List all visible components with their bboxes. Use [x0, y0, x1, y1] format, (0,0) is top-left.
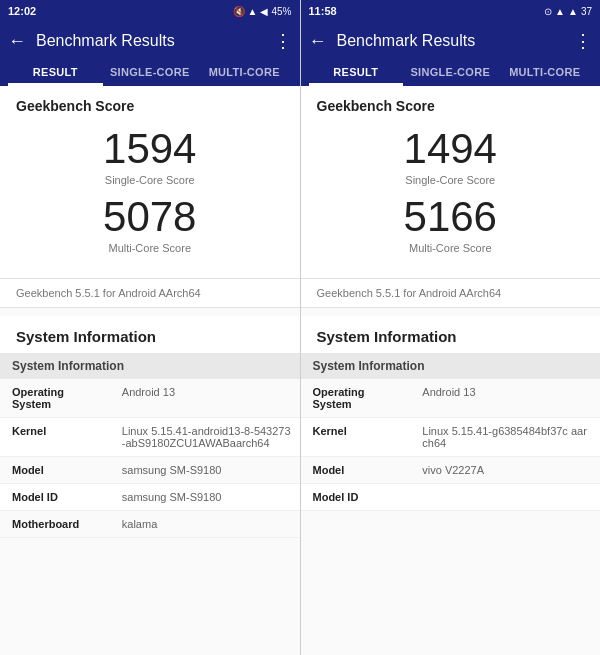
- tabs-2: RESULT SINGLE-CORE MULTI-CORE: [309, 58, 593, 86]
- recording-icon: ⊙: [544, 6, 552, 17]
- multi-core-value-1: 5078: [16, 194, 284, 240]
- single-core-label-1: Single-Core Score: [16, 174, 284, 186]
- more-button-1[interactable]: ⋮: [274, 30, 292, 52]
- label-modelid-2: Model ID: [301, 484, 415, 510]
- label-os-2: Operating System: [301, 379, 415, 417]
- content-2: Geekbench Score 1494 Single-Core Score 5…: [301, 86, 601, 655]
- value-os-2: Android 13: [414, 379, 600, 417]
- back-button-1[interactable]: ←: [8, 31, 26, 52]
- tab-multi-core-1[interactable]: MULTI-CORE: [197, 58, 292, 86]
- app-bar-top-2: ← Benchmark Results ⋮: [309, 30, 593, 58]
- multi-core-score-block-1: 5078 Multi-Core Score: [16, 194, 284, 254]
- app-bar-left-2: ← Benchmark Results: [309, 31, 476, 52]
- app-title-2: Benchmark Results: [337, 32, 476, 50]
- table-row: Operating System Android 13: [301, 379, 601, 418]
- label-motherboard-1: Motherboard: [0, 511, 114, 537]
- value-motherboard-1: kalama: [114, 511, 300, 537]
- single-core-label-2: Single-Core Score: [317, 174, 585, 186]
- score-title-1: Geekbench Score: [16, 98, 284, 114]
- value-model-1: samsung SM-S9180: [114, 457, 300, 483]
- app-title-1: Benchmark Results: [36, 32, 175, 50]
- label-model-1: Model: [0, 457, 114, 483]
- battery-text: 45%: [271, 6, 291, 17]
- table-row: Model vivo V2227A: [301, 457, 601, 484]
- table-row: Model ID samsung SM-S9180: [0, 484, 300, 511]
- info-table-2: System Information Operating System Andr…: [301, 353, 601, 511]
- back-button-2[interactable]: ←: [309, 31, 327, 52]
- table-row: Model samsung SM-S9180: [0, 457, 300, 484]
- single-core-value-1: 1594: [16, 126, 284, 172]
- phones-container: 12:02 🔇 ▲ ◀ 45% ← Benchmark Results ⋮ RE…: [0, 0, 600, 655]
- battery-text-2: 37: [581, 6, 592, 17]
- table-row: Kernel Linux 5.15.41-g6385484bf37c aarch…: [301, 418, 601, 457]
- info-table-header-1: System Information: [0, 353, 300, 379]
- table-row: Operating System Android 13: [0, 379, 300, 418]
- signal-icon-2: ▲: [555, 6, 565, 17]
- tab-single-core-2[interactable]: SINGLE-CORE: [403, 58, 498, 86]
- more-button-2[interactable]: ⋮: [574, 30, 592, 52]
- phone-2: 11:58 ⊙ ▲ ▲ 37 ← Benchmark Results ⋮ RES…: [301, 0, 601, 655]
- label-kernel-1: Kernel: [0, 418, 114, 456]
- system-info-section-2: System Information System Information Op…: [301, 316, 601, 511]
- value-os-1: Android 13: [114, 379, 300, 417]
- multi-core-label-2: Multi-Core Score: [317, 242, 585, 254]
- multi-core-label-1: Multi-Core Score: [16, 242, 284, 254]
- status-time-2: 11:58: [309, 5, 337, 17]
- table-row: Motherboard kalama: [0, 511, 300, 538]
- value-kernel-1: Linux 5.15.41-android13-8-543273-abS9180…: [114, 418, 300, 456]
- label-os-1: Operating System: [0, 379, 114, 417]
- app-bar-left-1: ← Benchmark Results: [8, 31, 175, 52]
- tabs-1: RESULT SINGLE-CORE MULTI-CORE: [8, 58, 292, 86]
- system-info-header-1: System Information: [0, 316, 300, 353]
- app-bar-1: ← Benchmark Results ⋮ RESULT SINGLE-CORE…: [0, 22, 300, 86]
- mute-icon: 🔇: [233, 6, 245, 17]
- system-info-section-1: System Information System Information Op…: [0, 316, 300, 538]
- tab-result-1[interactable]: RESULT: [8, 58, 103, 86]
- single-core-score-block-2: 1494 Single-Core Score: [317, 126, 585, 186]
- multi-core-score-block-2: 5166 Multi-Core Score: [317, 194, 585, 254]
- label-modelid-1: Model ID: [0, 484, 114, 510]
- status-bar-1: 12:02 🔇 ▲ ◀ 45%: [0, 0, 300, 22]
- single-core-value-2: 1494: [317, 126, 585, 172]
- value-modelid-1: samsung SM-S9180: [114, 484, 300, 510]
- geekbench-version-2: Geekbench 5.5.1 for Android AArch64: [301, 279, 601, 308]
- wifi-icon: ◀: [260, 6, 268, 17]
- wifi-icon-2: ▲: [568, 6, 578, 17]
- status-bar-2: 11:58 ⊙ ▲ ▲ 37: [301, 0, 601, 22]
- app-bar-2: ← Benchmark Results ⋮ RESULT SINGLE-CORE…: [301, 22, 601, 86]
- label-kernel-2: Kernel: [301, 418, 415, 456]
- tab-multi-core-2[interactable]: MULTI-CORE: [498, 58, 593, 86]
- app-bar-top-1: ← Benchmark Results ⋮: [8, 30, 292, 58]
- table-row: Kernel Linux 5.15.41-android13-8-543273-…: [0, 418, 300, 457]
- status-time-1: 12:02: [8, 5, 36, 17]
- table-row: Model ID: [301, 484, 601, 511]
- label-model-2: Model: [301, 457, 415, 483]
- phone-1: 12:02 🔇 ▲ ◀ 45% ← Benchmark Results ⋮ RE…: [0, 0, 301, 655]
- score-section-2: Geekbench Score 1494 Single-Core Score 5…: [301, 86, 601, 279]
- value-model-2: vivo V2227A: [414, 457, 600, 483]
- score-title-2: Geekbench Score: [317, 98, 585, 114]
- signal-icon: ▲: [248, 6, 258, 17]
- value-kernel-2: Linux 5.15.41-g6385484bf37c aarch64: [414, 418, 600, 456]
- single-core-score-block-1: 1594 Single-Core Score: [16, 126, 284, 186]
- info-table-1: System Information Operating System Andr…: [0, 353, 300, 538]
- multi-core-value-2: 5166: [317, 194, 585, 240]
- tab-single-core-1[interactable]: SINGLE-CORE: [103, 58, 198, 86]
- geekbench-version-1: Geekbench 5.5.1 for Android AArch64: [0, 279, 300, 308]
- info-table-header-2: System Information: [301, 353, 601, 379]
- status-icons-1: 🔇 ▲ ◀ 45%: [233, 6, 292, 17]
- content-1: Geekbench Score 1594 Single-Core Score 5…: [0, 86, 300, 655]
- value-modelid-2: [414, 484, 600, 510]
- status-icons-2: ⊙ ▲ ▲ 37: [544, 6, 592, 17]
- score-section-1: Geekbench Score 1594 Single-Core Score 5…: [0, 86, 300, 279]
- tab-result-2[interactable]: RESULT: [309, 58, 404, 86]
- system-info-header-2: System Information: [301, 316, 601, 353]
